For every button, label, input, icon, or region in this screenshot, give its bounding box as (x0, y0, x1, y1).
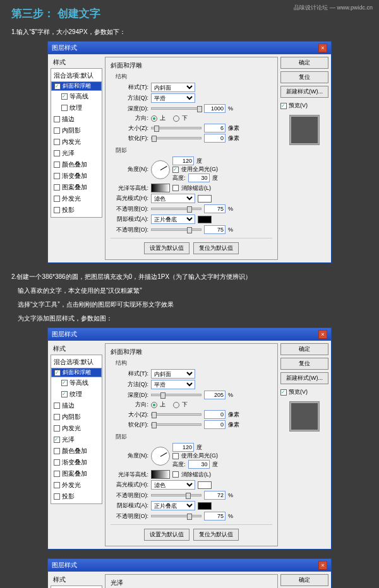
sop-slider[interactable] (151, 228, 202, 231)
close-icon[interactable]: × (318, 330, 327, 339)
hop-slider[interactable] (151, 208, 202, 210)
angle-dial[interactable] (151, 447, 170, 466)
blend-options[interactable]: 混合选项:默认 (51, 356, 102, 368)
size-slider[interactable] (151, 413, 202, 416)
alt-input[interactable] (188, 460, 210, 469)
radio-up[interactable] (151, 402, 157, 408)
checkbox-icon[interactable] (54, 482, 60, 488)
titlebar[interactable]: 图层样式 × (48, 328, 331, 341)
make-default-button[interactable]: 设置为默认值 (144, 242, 190, 254)
titlebar[interactable]: 图层样式 × (48, 559, 331, 572)
antialias-check[interactable] (172, 185, 179, 191)
method-select[interactable]: 平滑 (151, 93, 195, 103)
cancel-button[interactable]: 复位 (280, 71, 328, 83)
checkbox-icon[interactable] (54, 83, 61, 90)
checkbox-icon[interactable] (54, 425, 60, 432)
style-select[interactable]: 内斜面 (151, 369, 195, 379)
sop-input[interactable] (204, 225, 226, 234)
ok-button[interactable]: 确定 (280, 574, 328, 586)
style-innerglow[interactable]: 内发光 (51, 136, 102, 148)
ok-button[interactable]: 确定 (280, 343, 328, 355)
blend-options[interactable]: 混合选项:默认 (51, 70, 102, 81)
depth-slider[interactable] (151, 107, 202, 110)
style-drop[interactable]: 投影 (51, 204, 102, 216)
style-innerglow[interactable]: 内发光 (51, 423, 102, 434)
checkbox-icon[interactable] (61, 391, 68, 397)
reset-default-button[interactable]: 复位为默认值 (193, 242, 239, 254)
checkbox-icon[interactable] (61, 380, 68, 386)
global-check[interactable] (172, 167, 179, 173)
style-texture[interactable]: 纹理 (51, 102, 102, 114)
style-innershadow[interactable]: 内阴影 (51, 411, 102, 423)
close-icon[interactable]: × (318, 44, 327, 52)
hop-input[interactable] (204, 491, 226, 500)
hilite-swatch[interactable] (198, 481, 212, 489)
checkbox-icon[interactable] (54, 184, 60, 191)
style-color[interactable]: 颜色叠加 (51, 159, 102, 170)
style-select[interactable]: 内斜面 (151, 83, 195, 92)
depth-slider[interactable] (151, 394, 202, 396)
new-style-button[interactable]: 新建样式(W)... (280, 86, 328, 98)
checkbox-icon[interactable] (54, 173, 60, 179)
style-gradient[interactable]: 渐变叠加 (51, 457, 102, 468)
preview-check[interactable] (280, 389, 287, 396)
checkbox-icon[interactable] (54, 196, 60, 202)
style-outerglow[interactable]: 外发光 (51, 193, 102, 204)
radio-down[interactable] (173, 115, 179, 122)
style-stroke[interactable]: 描边 (51, 400, 102, 411)
cancel-button[interactable]: 复位 (280, 358, 328, 370)
new-style-button[interactable]: 新建样式(W)... (280, 372, 328, 384)
style-bevel[interactable]: 斜面和浮雕 (51, 368, 102, 377)
style-contour[interactable]: 等高线 (51, 91, 102, 102)
angle-input[interactable] (172, 156, 194, 165)
checkbox-icon[interactable] (61, 105, 68, 111)
style-texture[interactable]: 纹理 (51, 389, 102, 400)
checkbox-icon[interactable] (54, 459, 60, 466)
checkbox-icon[interactable] (54, 493, 60, 500)
angle-input[interactable] (172, 443, 194, 452)
soft-input[interactable] (204, 420, 226, 429)
style-satin[interactable]: 光泽 (51, 434, 102, 445)
radio-up[interactable] (151, 115, 157, 122)
style-bevel[interactable]: 斜面和浮雕 (51, 81, 102, 91)
checkbox-icon[interactable] (54, 370, 61, 376)
checkbox-icon[interactable] (54, 403, 60, 409)
preview-check[interactable] (280, 103, 287, 109)
titlebar[interactable]: 图层样式 × (48, 42, 331, 54)
soft-slider[interactable] (151, 137, 202, 139)
hilite-select[interactable]: 滤色 (151, 194, 195, 203)
style-innershadow[interactable]: 内阴影 (51, 125, 102, 136)
depth-input[interactable] (204, 391, 226, 399)
style-drop[interactable]: 投影 (51, 491, 102, 502)
checkbox-icon[interactable] (54, 471, 60, 477)
style-pattern[interactable]: 图案叠加 (51, 468, 102, 479)
size-input[interactable] (204, 124, 226, 132)
checkbox-icon[interactable] (54, 116, 60, 122)
sop-slider[interactable] (151, 515, 202, 517)
method-select[interactable]: 平滑 (151, 380, 195, 389)
shadow-swatch[interactable] (198, 502, 212, 510)
checkbox-icon[interactable] (54, 127, 60, 134)
size-slider[interactable] (151, 127, 202, 129)
style-color[interactable]: 颜色叠加 (51, 445, 102, 457)
checkbox-icon[interactable] (54, 207, 60, 213)
style-pattern[interactable]: 图案叠加 (51, 182, 102, 193)
style-gradient[interactable]: 渐变叠加 (51, 170, 102, 182)
shadow-select[interactable]: 正片叠底 (151, 501, 195, 510)
angle-dial[interactable] (151, 160, 170, 179)
sop-input[interactable] (204, 512, 226, 520)
style-satin[interactable]: 光泽 (51, 148, 102, 159)
hilite-swatch[interactable] (198, 195, 212, 203)
make-default-button[interactable]: 设置为默认值 (144, 529, 190, 541)
style-stroke[interactable]: 描边 (51, 114, 102, 125)
checkbox-icon[interactable] (54, 162, 60, 168)
hop-slider[interactable] (151, 494, 202, 497)
checkbox-icon[interactable] (54, 139, 60, 145)
style-outerglow[interactable]: 外发光 (51, 479, 102, 491)
close-icon[interactable]: × (318, 561, 327, 570)
checkbox-icon[interactable] (54, 448, 60, 454)
soft-slider[interactable] (151, 423, 202, 426)
size-input[interactable] (204, 410, 226, 419)
checkbox-icon[interactable] (54, 437, 60, 443)
hilite-select[interactable]: 滤色 (151, 480, 195, 490)
